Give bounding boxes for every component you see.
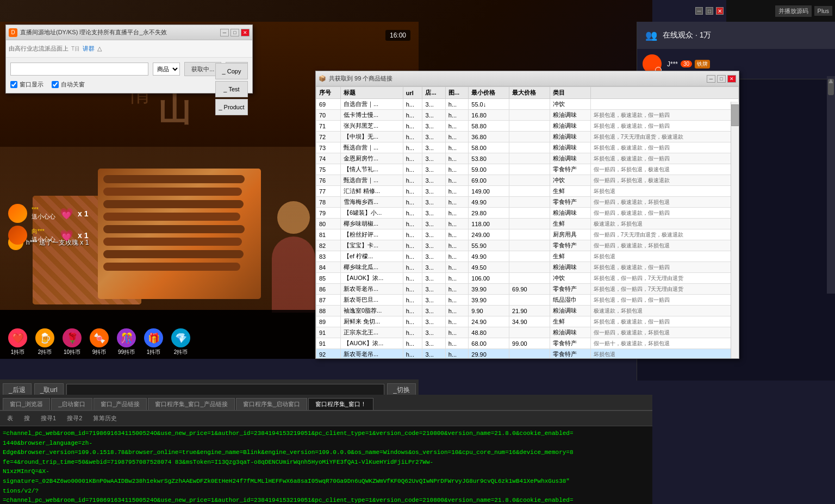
table-row[interactable]: 82 【宝宝】卡... h... 3... h... 55.90 零食特产 假一… — [316, 240, 739, 251]
cell-min-price: 55.0↓ — [469, 99, 509, 110]
code-tool-search2[interactable]: 搜寻2 — [64, 413, 85, 424]
table-row[interactable]: 91 【AUOK】浓... h... 3... h... 68.00 99.00… — [316, 338, 739, 349]
cell-title: 【情人节礼... — [340, 164, 403, 175]
cell-id: 84 — [316, 262, 341, 273]
dialog-products-titlebar: 📦 共获取到 99 个商品链接 ─ □ ✕ — [316, 71, 739, 86]
products-restore[interactable]: □ — [717, 75, 726, 83]
cell-policy: 假一赔四，坏损包退，极速包退 — [590, 164, 738, 175]
checkbox-window-input[interactable] — [10, 81, 17, 88]
table-row[interactable]: 83 【ef 柠檬... h... 3... h... 49.90 生鲜 坏损包… — [316, 251, 739, 262]
table-row[interactable]: 73 甄选自营｜... h... 3... h... 58.00 粮油调味 坏损… — [316, 142, 739, 153]
checkbox-auto-close[interactable]: 自动关窗 — [52, 80, 85, 89]
table-row[interactable]: 71 张兴邦黑芝... h... 3... h... 58.80 粮油调味 坏损… — [316, 121, 739, 132]
code-tool-history[interactable]: 算筹历史 — [90, 413, 120, 424]
table-row[interactable]: 72 【中坝】无... h... 3... h... 36.80 粮油调味 坏损… — [316, 132, 739, 142]
copy-btn[interactable]: _ Copy — [215, 63, 248, 79]
far-right-plus-btn[interactable]: Plus — [814, 6, 832, 16]
right-scrollbar[interactable]: ▲ — [827, 76, 835, 294]
emoji-beer[interactable]: 🍺 2抖币 — [35, 328, 54, 356]
table-row[interactable]: 78 雪海梅乡西... h... 3... h... 49.90 零食特产 假一… — [316, 197, 739, 208]
cell-url: h... — [403, 338, 422, 349]
product-scrollbar[interactable] — [731, 102, 739, 358]
cell-category: 粮油调味 — [550, 208, 590, 219]
win-minimize-right[interactable]: ─ — [695, 7, 703, 15]
url-input[interactable] — [66, 384, 385, 396]
checkbox-window-display[interactable]: 窗口显示 — [10, 80, 43, 89]
tab-browser[interactable]: 窗口_浏览器 — [3, 398, 50, 410]
stream-gift-user-1: *** — [32, 206, 55, 213]
tab-prog-startup[interactable]: 窗口程序集_启动窗口 — [236, 398, 307, 410]
table-row[interactable]: 87 新农哥巴旦... h... 3... h... 39.90 纸品湿巾 坏损… — [316, 295, 739, 306]
cell-category: 零食特产 — [550, 197, 590, 208]
emoji-heart[interactable]: ❤️ 1抖币 — [8, 328, 27, 356]
dialog-main-input[interactable] — [10, 63, 148, 76]
code-tool-search1[interactable]: 搜寻1 — [38, 413, 59, 424]
emoji-candy[interactable]: 🍬 9抖币 — [90, 328, 109, 356]
cell-title: 【AUOK】浓... — [340, 338, 403, 349]
cell-category: 生鲜 — [550, 316, 590, 327]
cell-max-price: 34.90 — [509, 316, 550, 327]
emoji-diamond[interactable]: 💎 2抖币 — [171, 328, 190, 356]
code-tool-table[interactable]: 表 — [4, 413, 16, 424]
table-row[interactable]: 84 椰乡味北瓜... h... 3... h... 49.50 粮油调味 坏损… — [316, 262, 739, 273]
cell-policy: 坏损包退，假一赔四，7天无理由退货 — [590, 284, 738, 295]
dialog-minimize-btn[interactable]: ─ — [220, 29, 229, 36]
table-row[interactable]: 85 【AUOK】浓... h... 3... h... 106.00 冲饮 坏… — [316, 273, 739, 284]
cell-img: h... — [445, 99, 468, 110]
product-list-body[interactable]: 序号 标题 url 店... 图... 最小价格 最大价格 类目 69 自选自营… — [316, 86, 739, 358]
cell-shop: 3... — [422, 338, 445, 349]
cell-url: h... — [403, 197, 422, 208]
dialog-restore-btn[interactable]: □ — [230, 29, 239, 36]
scroll-up-arrow[interactable]: ▲ — [827, 76, 835, 85]
checkbox-auto-input[interactable] — [52, 81, 59, 88]
emoji-rose[interactable]: 🌹 10抖币 — [63, 328, 82, 356]
far-right-source-btn[interactable]: 并播放源码 — [775, 5, 812, 17]
table-row[interactable]: 86 新农哥老吊... h... 3... h... 39.90 69.90 零… — [316, 284, 739, 295]
tab-startup[interactable]: _启动窗口 — [51, 398, 92, 410]
table-row[interactable]: 74 金恩厨房竹... h... 3... h... 53.80 粮油调味 坏损… — [316, 153, 739, 164]
code-toolbar: 表 搜 搜寻1 搜寻2 算筹历史 — [0, 411, 652, 426]
emoji-gift[interactable]: 🎁 1抖币 — [144, 328, 163, 356]
dialog-type-select[interactable]: 商品 — [153, 63, 180, 76]
test-btn[interactable]: _ Test — [215, 81, 248, 97]
col-id: 序号 — [316, 87, 341, 99]
table-row[interactable]: 92 新农哥老吊... h... 3... h... 29.90 零食特产 坏损… — [316, 349, 739, 359]
table-row[interactable]: 77 汇洁鲜 精修... h... 3... h... 149.00 生鲜 坏损… — [316, 186, 739, 197]
table-row[interactable]: 79 【6罐装】小... h... 3... h... 29.80 粮油调味 假… — [316, 208, 739, 219]
tab-prog-product[interactable]: 窗口程序集_窗口_产品链接 — [148, 398, 234, 410]
dialog-toolbar-link[interactable]: 讲群 — [83, 45, 95, 53]
cell-url: h... — [403, 251, 422, 262]
col-max-price: 最大价格 — [509, 87, 550, 99]
cell-policy: 坏损包退，极速退款，假一赔四 — [590, 110, 738, 121]
cell-max-price — [509, 197, 550, 208]
table-row[interactable]: 91 正宗东北王... h... 3... h... 48.80 粮油调味 假一… — [316, 327, 739, 338]
emoji-celebrate[interactable]: 🎊 99抖币 — [117, 328, 136, 356]
win-close-right[interactable]: ✕ — [716, 7, 724, 15]
cell-shop: 3... — [422, 327, 445, 338]
cell-shop: 3... — [422, 142, 445, 153]
table-row[interactable]: 89 厨鲜来 免切... h... 3... h... 24.90 34.90 … — [316, 316, 739, 327]
table-row[interactable]: 81 【粉丝好评... h... 3... h... 249.00 厨房用具 假… — [316, 229, 739, 240]
cell-id: 73 — [316, 142, 341, 153]
table-row[interactable]: 88 袖逸室0脂荐... h... 3... h... 9.90 21.90 粮… — [316, 306, 739, 316]
table-row[interactable]: 76 甄选自营｜... h... 3... h... 69.00 冲饮 假一赔四… — [316, 175, 739, 186]
table-row[interactable]: 69 自选自营｜... h... 3... h... 55.0↓ 冲饮 — [316, 99, 739, 110]
table-row[interactable]: 75 【情人节礼... h... 3... h... 59.00 零食特产 假一… — [316, 164, 739, 175]
stream-center-product — [98, 169, 261, 299]
products-minimize[interactable]: ─ — [707, 75, 715, 83]
win-restore-right[interactable]: □ — [706, 7, 713, 15]
table-row[interactable]: 70 低卡博士慢... h... 3... h... 16.80 粮油调味 坏损… — [316, 110, 739, 121]
cell-policy: 假一赔四，7天无理由退货，极速退款 — [590, 229, 738, 240]
cell-min-price: 58.80 — [469, 121, 509, 132]
dialog-close-btn[interactable]: ✕ — [241, 29, 250, 36]
cell-url: h... — [403, 295, 422, 306]
tab-product-link[interactable]: 窗口_产品链接 — [94, 398, 147, 410]
code-tool-search[interactable]: 搜 — [21, 413, 33, 424]
product-scroll-thumb[interactable] — [731, 104, 739, 126]
product-btn[interactable]: _ Product — [215, 99, 248, 115]
cell-policy: 假一赔四，极速退款，坏损包退 — [590, 327, 738, 338]
cell-img: h... — [445, 208, 468, 219]
tab-prog-window[interactable]: 窗口程序集_窗口！ — [308, 398, 373, 410]
table-row[interactable]: 80 椰乡味胡椒... h... 3... h... 118.00 生鲜 极速退… — [316, 219, 739, 229]
products-close[interactable]: ✕ — [727, 75, 736, 83]
